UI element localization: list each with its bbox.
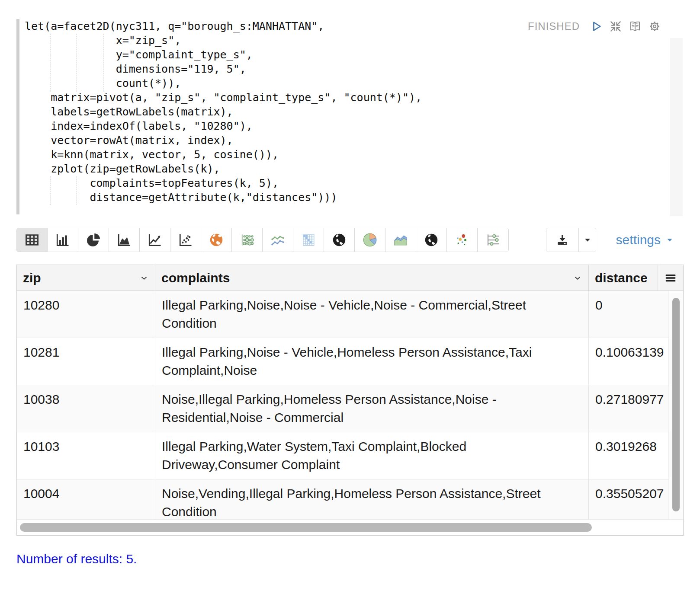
heatmap-grid-icon bbox=[301, 232, 316, 248]
chart-type-scatter-button[interactable] bbox=[170, 228, 201, 252]
status-label: FINISHED bbox=[528, 20, 580, 32]
chart-type-multi-line-button[interactable] bbox=[263, 228, 293, 252]
chart-type-pie-button[interactable] bbox=[78, 228, 109, 252]
book-icon bbox=[629, 20, 642, 33]
chart-type-group bbox=[16, 228, 509, 252]
table-row[interactable]: 10103 Illegal Parking,Water System,Taxi … bbox=[17, 432, 683, 479]
cell-zip: 10004 bbox=[17, 479, 155, 519]
area-chart-color-icon bbox=[393, 232, 408, 248]
results-count-text: Number of results: 5. bbox=[16, 552, 137, 566]
play-button[interactable] bbox=[590, 20, 603, 33]
settings-gear-button[interactable] bbox=[648, 20, 661, 33]
download-button[interactable] bbox=[546, 228, 578, 252]
world-map-orange-icon bbox=[209, 232, 224, 248]
cell-zip: 10038 bbox=[17, 385, 155, 432]
editor-left-gutter bbox=[16, 19, 19, 214]
settings-link[interactable]: settings bbox=[616, 233, 675, 247]
line-chart-icon bbox=[147, 232, 163, 248]
multi-line-chart-icon bbox=[270, 232, 286, 248]
hamburger-menu-icon[interactable] bbox=[664, 271, 677, 284]
horizontal-scrollbar-thumb[interactable] bbox=[20, 523, 592, 532]
cell-complaints: Illegal Parking,Noise - Vehicle,Homeless… bbox=[155, 338, 589, 385]
chart-type-facet-sliders-button[interactable] bbox=[478, 228, 508, 252]
code-editor-panel: let(a=facet2D(nyc311, q="borough_s:MANHA… bbox=[16, 17, 684, 217]
collapse-button[interactable] bbox=[609, 20, 622, 33]
editor-scrollbar-track[interactable] bbox=[670, 38, 683, 216]
chart-type-bar-button[interactable] bbox=[48, 228, 78, 252]
paragraph-status-row: FINISHED bbox=[528, 20, 661, 33]
column-label: zip bbox=[23, 271, 41, 285]
pie-chart-icon bbox=[86, 232, 101, 248]
table-body: 10280 Illegal Parking,Noise,Noise - Vehi… bbox=[17, 291, 683, 519]
globe-dark-2-icon bbox=[424, 232, 439, 248]
vertical-scrollbar-thumb[interactable] bbox=[672, 298, 680, 511]
cell-zip: 10281 bbox=[17, 338, 155, 385]
chart-type-bubble-matrix-button[interactable] bbox=[232, 228, 263, 252]
table-icon bbox=[24, 232, 40, 248]
chart-type-globe-2-button[interactable] bbox=[416, 228, 447, 252]
settings-label: settings bbox=[616, 233, 661, 247]
scatter-chart-icon bbox=[178, 232, 193, 248]
cell-complaints: Illegal Parking,Noise,Noise - Vehicle,No… bbox=[155, 291, 589, 338]
globe-dark-icon bbox=[331, 232, 347, 248]
collapse-icon bbox=[609, 20, 622, 33]
table-menu-cell bbox=[658, 265, 683, 291]
chart-type-pie-color-button[interactable] bbox=[355, 228, 385, 252]
table-row[interactable]: 10281 Illegal Parking,Noise - Vehicle,Ho… bbox=[17, 338, 683, 385]
scatter-color-icon bbox=[454, 232, 470, 248]
chevron-down-icon[interactable] bbox=[139, 273, 149, 283]
column-header-zip[interactable]: zip bbox=[17, 265, 155, 291]
bubble-matrix-icon bbox=[239, 232, 255, 248]
table-row[interactable]: 10280 Illegal Parking,Noise,Noise - Vehi… bbox=[17, 291, 683, 338]
play-icon bbox=[590, 20, 603, 33]
column-header-distance[interactable]: distance bbox=[589, 265, 658, 291]
chart-type-heatmap-button[interactable] bbox=[293, 228, 324, 252]
chevron-down-icon bbox=[582, 234, 593, 246]
chevron-down-icon[interactable] bbox=[573, 273, 582, 283]
download-button-group bbox=[546, 228, 596, 252]
pie-chart-color-icon bbox=[362, 232, 378, 248]
book-button[interactable] bbox=[629, 20, 642, 33]
table-row[interactable]: 10004 Noise,Vending,Illegal Parking,Home… bbox=[17, 479, 683, 519]
chart-type-table-button[interactable] bbox=[17, 228, 48, 252]
chart-type-map-button[interactable] bbox=[201, 228, 232, 252]
bar-chart-icon bbox=[55, 232, 71, 248]
table-header-row: zip complaints distance bbox=[17, 265, 683, 291]
chart-type-scatter-color-button[interactable] bbox=[447, 228, 478, 252]
facet-sliders-icon bbox=[485, 232, 501, 248]
chevron-down-icon bbox=[665, 235, 675, 245]
chart-type-area-button[interactable] bbox=[109, 228, 140, 252]
chart-type-area-color-button[interactable] bbox=[385, 228, 416, 252]
chart-type-line-button[interactable] bbox=[140, 228, 170, 252]
download-options-button[interactable] bbox=[578, 228, 596, 252]
cell-complaints: Noise,Illegal Parking,Homeless Person As… bbox=[155, 385, 589, 432]
column-header-complaints[interactable]: complaints bbox=[155, 265, 589, 291]
cell-zip: 10103 bbox=[17, 432, 155, 479]
table-row[interactable]: 10038 Noise,Illegal Parking,Homeless Per… bbox=[17, 385, 683, 432]
cell-complaints: Noise,Vending,Illegal Parking,Homeless P… bbox=[155, 479, 589, 519]
cell-zip: 10280 bbox=[17, 291, 155, 338]
gear-icon bbox=[648, 20, 661, 33]
chart-type-globe-button[interactable] bbox=[324, 228, 355, 252]
code-text[interactable]: let(a=facet2D(nyc311, q="borough_s:MANHA… bbox=[25, 19, 422, 204]
column-label: distance bbox=[595, 271, 648, 285]
results-table: zip complaints distance 10280 Illegal Pa… bbox=[16, 265, 684, 536]
visualization-toolbar: settings bbox=[16, 228, 684, 252]
area-chart-icon bbox=[116, 232, 132, 248]
horizontal-scrollbar-track[interactable] bbox=[17, 519, 683, 535]
cell-complaints: Illegal Parking,Water System,Taxi Compla… bbox=[155, 432, 589, 479]
column-label: complaints bbox=[161, 271, 230, 285]
download-icon bbox=[556, 233, 569, 247]
